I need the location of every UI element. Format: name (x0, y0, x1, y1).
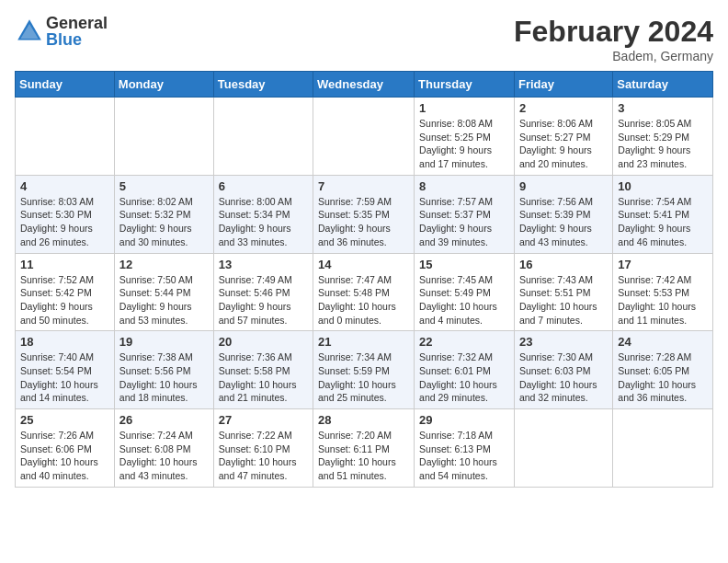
calendar-cell (514, 409, 612, 488)
day-info: Sunrise: 7:54 AM Sunset: 5:41 PM Dayligh… (618, 195, 708, 249)
calendar-cell: 24Sunrise: 7:28 AM Sunset: 6:05 PM Dayli… (613, 331, 713, 409)
day-number: 23 (519, 335, 608, 349)
calendar-cell: 11Sunrise: 7:52 AM Sunset: 5:42 PM Dayli… (16, 253, 115, 331)
day-info: Sunrise: 7:28 AM Sunset: 6:05 PM Dayligh… (618, 350, 708, 405)
day-info: Sunrise: 8:08 AM Sunset: 5:25 PM Dayligh… (419, 117, 509, 171)
month-title: February 2024 (514, 15, 713, 49)
day-info: Sunrise: 8:03 AM Sunset: 5:30 PM Dayligh… (20, 195, 109, 249)
calendar-cell: 23Sunrise: 7:30 AM Sunset: 6:03 PM Dayli… (514, 331, 612, 409)
day-info: Sunrise: 7:47 AM Sunset: 5:48 PM Dayligh… (318, 273, 409, 327)
weekday-header-tuesday: Tuesday (213, 72, 313, 98)
weekday-header-row: SundayMondayTuesdayWednesdayThursdayFrid… (16, 72, 713, 98)
day-number: 4 (20, 179, 109, 193)
day-info: Sunrise: 8:00 AM Sunset: 5:34 PM Dayligh… (219, 195, 308, 249)
day-number: 15 (419, 258, 509, 271)
day-number: 5 (119, 179, 209, 193)
calendar-cell: 5Sunrise: 8:02 AM Sunset: 5:32 PM Daylig… (114, 175, 213, 253)
calendar-cell: 26Sunrise: 7:24 AM Sunset: 6:08 PM Dayli… (114, 409, 213, 488)
day-info: Sunrise: 7:52 AM Sunset: 5:42 PM Dayligh… (20, 273, 109, 327)
weekday-header-friday: Friday (514, 72, 612, 98)
calendar-cell: 7Sunrise: 7:59 AM Sunset: 5:35 PM Daylig… (313, 175, 415, 253)
weekday-header-thursday: Thursday (415, 72, 515, 98)
day-info: Sunrise: 7:20 AM Sunset: 6:11 PM Dayligh… (318, 429, 409, 483)
logo-text: General Blue (46, 15, 108, 48)
calendar-cell: 27Sunrise: 7:22 AM Sunset: 6:10 PM Dayli… (213, 409, 313, 488)
day-info: Sunrise: 7:22 AM Sunset: 6:10 PM Dayligh… (219, 429, 308, 483)
calendar-cell: 3Sunrise: 8:05 AM Sunset: 5:29 PM Daylig… (613, 98, 713, 176)
weekday-header-sunday: Sunday (16, 72, 115, 98)
day-info: Sunrise: 7:18 AM Sunset: 6:13 PM Dayligh… (419, 429, 509, 483)
calendar-cell: 13Sunrise: 7:49 AM Sunset: 5:46 PM Dayli… (213, 253, 313, 331)
day-info: Sunrise: 7:45 AM Sunset: 5:49 PM Dayligh… (419, 273, 509, 327)
calendar-week-row: 4Sunrise: 8:03 AM Sunset: 5:30 PM Daylig… (16, 175, 713, 253)
logo: General Blue (15, 15, 108, 48)
calendar-cell: 12Sunrise: 7:50 AM Sunset: 5:44 PM Dayli… (114, 253, 213, 331)
day-number: 1 (419, 101, 509, 115)
day-number: 28 (318, 413, 409, 427)
day-number: 18 (20, 335, 109, 349)
day-info: Sunrise: 7:38 AM Sunset: 5:56 PM Dayligh… (119, 350, 209, 405)
calendar-cell: 1Sunrise: 8:08 AM Sunset: 5:25 PM Daylig… (415, 98, 515, 176)
day-number: 21 (318, 335, 409, 349)
day-info: Sunrise: 7:26 AM Sunset: 6:06 PM Dayligh… (20, 429, 109, 483)
calendar-cell: 4Sunrise: 8:03 AM Sunset: 5:30 PM Daylig… (16, 175, 115, 253)
day-info: Sunrise: 8:05 AM Sunset: 5:29 PM Dayligh… (618, 117, 708, 171)
day-number: 6 (219, 179, 308, 193)
day-info: Sunrise: 7:50 AM Sunset: 5:44 PM Dayligh… (119, 273, 209, 327)
day-number: 7 (318, 179, 409, 193)
location-subtitle: Badem, Germany (514, 49, 713, 63)
calendar-cell: 8Sunrise: 7:57 AM Sunset: 5:37 PM Daylig… (415, 175, 515, 253)
calendar-cell: 6Sunrise: 8:00 AM Sunset: 5:34 PM Daylig… (213, 175, 313, 253)
day-number: 17 (618, 258, 708, 271)
day-number: 9 (519, 179, 608, 193)
day-info: Sunrise: 7:34 AM Sunset: 5:59 PM Dayligh… (318, 350, 409, 405)
calendar-cell: 16Sunrise: 7:43 AM Sunset: 5:51 PM Dayli… (514, 253, 612, 331)
calendar-week-row: 18Sunrise: 7:40 AM Sunset: 5:54 PM Dayli… (16, 331, 713, 409)
day-number: 11 (20, 258, 109, 271)
day-info: Sunrise: 7:43 AM Sunset: 5:51 PM Dayligh… (519, 273, 608, 327)
calendar-cell: 29Sunrise: 7:18 AM Sunset: 6:13 PM Dayli… (415, 409, 515, 488)
calendar-table: SundayMondayTuesdayWednesdayThursdayFrid… (15, 71, 713, 488)
weekday-header-monday: Monday (114, 72, 213, 98)
day-info: Sunrise: 7:56 AM Sunset: 5:39 PM Dayligh… (519, 195, 608, 249)
calendar-cell: 2Sunrise: 8:06 AM Sunset: 5:27 PM Daylig… (514, 98, 612, 176)
day-number: 19 (119, 335, 209, 349)
calendar-cell (313, 98, 415, 176)
calendar-cell: 9Sunrise: 7:56 AM Sunset: 5:39 PM Daylig… (514, 175, 612, 253)
calendar-cell: 20Sunrise: 7:36 AM Sunset: 5:58 PM Dayli… (213, 331, 313, 409)
day-number: 26 (119, 413, 209, 427)
day-info: Sunrise: 7:42 AM Sunset: 5:53 PM Dayligh… (618, 273, 708, 327)
calendar-cell: 28Sunrise: 7:20 AM Sunset: 6:11 PM Dayli… (313, 409, 415, 488)
day-info: Sunrise: 7:36 AM Sunset: 5:58 PM Dayligh… (219, 350, 308, 405)
day-info: Sunrise: 8:02 AM Sunset: 5:32 PM Dayligh… (119, 195, 209, 249)
weekday-header-wednesday: Wednesday (313, 72, 415, 98)
day-info: Sunrise: 7:30 AM Sunset: 6:03 PM Dayligh… (519, 350, 608, 405)
calendar-cell: 14Sunrise: 7:47 AM Sunset: 5:48 PM Dayli… (313, 253, 415, 331)
weekday-header-saturday: Saturday (613, 72, 713, 98)
calendar-cell (114, 98, 213, 176)
day-number: 2 (519, 101, 608, 115)
calendar-cell: 19Sunrise: 7:38 AM Sunset: 5:56 PM Dayli… (114, 331, 213, 409)
calendar-cell: 22Sunrise: 7:32 AM Sunset: 6:01 PM Dayli… (415, 331, 515, 409)
day-info: Sunrise: 7:57 AM Sunset: 5:37 PM Dayligh… (419, 195, 509, 249)
calendar-cell: 18Sunrise: 7:40 AM Sunset: 5:54 PM Dayli… (16, 331, 115, 409)
calendar-week-row: 1Sunrise: 8:08 AM Sunset: 5:25 PM Daylig… (16, 98, 713, 176)
calendar-cell: 17Sunrise: 7:42 AM Sunset: 5:53 PM Dayli… (613, 253, 713, 331)
page-header: General Blue February 2024 Badem, German… (15, 15, 713, 63)
day-number: 8 (419, 179, 509, 193)
day-number: 14 (318, 258, 409, 271)
calendar-week-row: 11Sunrise: 7:52 AM Sunset: 5:42 PM Dayli… (16, 253, 713, 331)
title-block: February 2024 Badem, Germany (514, 15, 713, 63)
day-number: 27 (219, 413, 308, 427)
day-info: Sunrise: 7:24 AM Sunset: 6:08 PM Dayligh… (119, 429, 209, 483)
calendar-week-row: 25Sunrise: 7:26 AM Sunset: 6:06 PM Dayli… (16, 409, 713, 488)
day-number: 12 (119, 258, 209, 271)
day-number: 16 (519, 258, 608, 271)
day-number: 3 (618, 101, 708, 115)
day-info: Sunrise: 7:49 AM Sunset: 5:46 PM Dayligh… (219, 273, 308, 327)
day-number: 20 (219, 335, 308, 349)
day-number: 13 (219, 258, 308, 271)
day-number: 10 (618, 179, 708, 193)
calendar-cell: 10Sunrise: 7:54 AM Sunset: 5:41 PM Dayli… (613, 175, 713, 253)
day-info: Sunrise: 7:32 AM Sunset: 6:01 PM Dayligh… (419, 350, 509, 405)
